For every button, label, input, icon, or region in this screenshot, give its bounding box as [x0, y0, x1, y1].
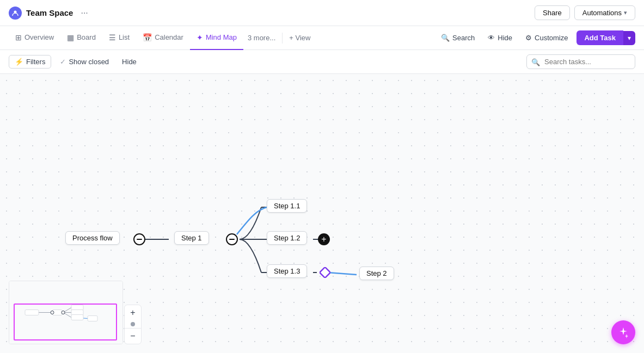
search-input[interactable] — [526, 54, 635, 69]
share-button[interactable]: Share — [535, 5, 570, 20]
add-task-chevron-button[interactable]: ▾ — [623, 31, 635, 45]
minus-icon-step1 — [229, 239, 235, 240]
tab-divider — [282, 33, 283, 44]
search-input-icon: 🔍 — [531, 58, 540, 66]
team-name: Team Space — [26, 8, 73, 17]
tab-mindmap[interactable]: ✦ Mind Map — [190, 26, 243, 50]
header-right: Share Automations ▾ — [535, 5, 635, 20]
tab-board[interactable]: ▦ Board — [60, 26, 102, 50]
more-tabs-button[interactable]: 3 more... — [243, 34, 280, 42]
minimap — [9, 281, 123, 344]
canvas: Process flow Step 1 Step 1.1 Step 1.2 + … — [0, 74, 644, 353]
tab-overview[interactable]: ⊞ Overview — [9, 26, 60, 50]
check-circle-icon: ✓ — [60, 58, 66, 66]
step11-node[interactable]: Step 1.1 — [267, 199, 307, 213]
minus-icon — [137, 239, 142, 240]
collapse-node-step1[interactable] — [226, 233, 238, 245]
toolbar: ⚡ Filters ✓ Show closed Hide 🔍 — [0, 50, 644, 74]
zoom-out-button[interactable]: − — [125, 329, 141, 344]
calendar-icon: 📅 — [143, 33, 152, 42]
step2-node[interactable]: Step 2 — [359, 267, 394, 280]
diamond-node-step13[interactable] — [320, 267, 330, 278]
toolbar-left: ⚡ Filters ✓ Show closed Hide — [9, 55, 141, 69]
more-options-button[interactable]: ··· — [77, 7, 91, 19]
minimap-viewport — [14, 304, 117, 340]
add-view-button[interactable]: + View — [285, 34, 315, 42]
add-node-step12[interactable]: + — [318, 233, 330, 245]
search-wrap: 🔍 — [526, 54, 635, 69]
show-closed-button[interactable]: ✓ Show closed — [56, 55, 113, 68]
tab-list[interactable]: ☰ List — [102, 26, 136, 50]
list-icon: ☰ — [109, 33, 116, 42]
step1-node[interactable]: Step 1 — [174, 231, 209, 245]
process-flow-node[interactable]: Process flow — [65, 231, 120, 245]
zoom-in-button[interactable]: + — [125, 305, 141, 320]
zoom-indicator — [131, 322, 135, 326]
hide-button[interactable]: 👁 Hide — [483, 32, 517, 44]
automations-chevron-icon: ▾ — [624, 9, 627, 16]
filters-button[interactable]: ⚡ Filters — [9, 55, 51, 69]
add-task-button[interactable]: Add Task — [576, 30, 623, 45]
customize-button[interactable]: ⚙ Customize — [521, 32, 572, 44]
nav-tabs: ⊞ Overview ▦ Board ☰ List 📅 Calendar ✦ M… — [0, 26, 644, 50]
search-icon: 🔍 — [441, 34, 450, 42]
search-button[interactable]: 🔍 Search — [437, 32, 479, 44]
header: Team Space ··· Share Automations ▾ — [0, 0, 644, 26]
step13-node[interactable]: Step 1.3 — [267, 264, 307, 278]
team-avatar — [9, 7, 22, 20]
filter-icon: ⚡ — [15, 58, 23, 66]
collapse-node-root[interactable] — [133, 233, 145, 245]
add-task-group: Add Task ▾ — [576, 30, 635, 45]
svg-line-7 — [328, 273, 357, 275]
ai-assistant-button[interactable] — [611, 320, 635, 344]
toolbar-hide-button[interactable]: Hide — [118, 55, 141, 68]
step12-node[interactable]: Step 1.2 — [267, 231, 307, 245]
mindmap-icon: ✦ — [197, 33, 203, 42]
hide-icon: 👁 — [488, 34, 495, 42]
tab-calendar[interactable]: 📅 Calendar — [136, 26, 190, 50]
overview-icon: ⊞ — [15, 33, 22, 42]
customize-icon: ⚙ — [525, 34, 532, 42]
nav-right: 🔍 Search 👁 Hide ⚙ Customize Add Task ▾ — [437, 30, 635, 45]
board-icon: ▦ — [67, 33, 74, 42]
svg-rect-9 — [320, 267, 330, 278]
minimap-canvas — [9, 281, 122, 344]
zoom-controls: + − — [124, 305, 142, 344]
nav-left: ⊞ Overview ▦ Board ☰ List 📅 Calendar ✦ M… — [9, 26, 315, 50]
header-left: Team Space ··· — [9, 7, 91, 20]
automations-button[interactable]: Automations ▾ — [574, 5, 635, 20]
